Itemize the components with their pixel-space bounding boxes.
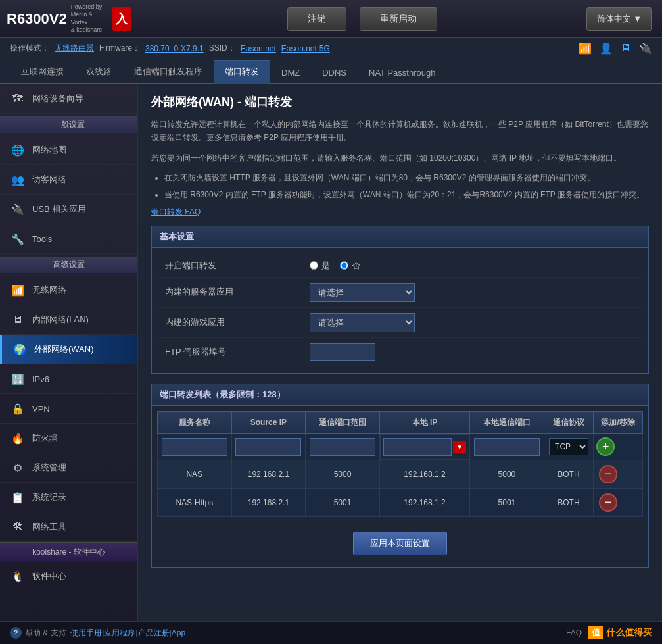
input-service-name[interactable]	[162, 438, 227, 456]
radio-yes[interactable]: 是	[310, 260, 330, 272]
tab-nat-passthrough[interactable]: NAT Passthrough	[358, 62, 446, 83]
sidebar-item-network-guide[interactable]: 🗺 网络设备向导	[0, 84, 137, 114]
input-local-port[interactable]	[474, 438, 540, 456]
radio-no-input[interactable]	[340, 261, 348, 270]
restart-button[interactable]: 重新启动	[360, 7, 437, 31]
port-forward-table: 服务名称 Source IP 通信端口范围 本地 IP 本地通信端口 通信协议 …	[157, 411, 643, 517]
game-app-label: 内建的游戏应用	[165, 316, 310, 328]
sidebar-item-label: 网络设备向导	[32, 93, 83, 105]
faq-link[interactable]: 端口转发 FAQ	[151, 207, 201, 216]
firmware-value[interactable]: 380.70_0-X7.9.1	[145, 44, 204, 53]
row2-protocol: BOTH	[544, 488, 593, 516]
usb-icon: 🔌	[639, 42, 652, 55]
guide-icon: 🗺	[10, 91, 26, 107]
sidebar-item-wireless[interactable]: 📶 无线网络	[0, 276, 137, 305]
sidebar-item-network-map[interactable]: 🌐 网络地图	[0, 136, 137, 165]
desc1: 端口转发允许远程计算机在一个私人的内部网络内连接至一个具体的计算机或服务。欲加速…	[151, 118, 649, 145]
ftp-port-label: FTP 伺服器埠号	[165, 346, 310, 358]
sidebar-item-vpn[interactable]: 🔒 VPN	[0, 394, 137, 424]
sidebar-item-wan[interactable]: 🌍 外部网络(WAN)	[0, 335, 137, 364]
table-header-row: 服务名称 Source IP 通信端口范围 本地 IP 本地通信端口 通信协议 …	[158, 411, 643, 433]
logo-icon: 入	[112, 7, 131, 31]
row1-local-ip: 192.168.1.2	[379, 460, 469, 488]
input-local-ip[interactable]	[383, 438, 452, 456]
status-bar: 操作模式： 无线路由器 Firmware： 380.70_0-X7.9.1 SS…	[0, 38, 662, 59]
input-local-port-cell	[470, 433, 544, 460]
top-bar: R6300V2 Powered by Merlin & Vortex & koo…	[0, 0, 662, 38]
brand-logo: 值 什么值得买	[588, 627, 652, 639]
ftp-port-input[interactable]: 2021	[310, 343, 375, 361]
sidebar-item-firewall[interactable]: 🔥 防火墙	[0, 424, 137, 453]
register-button[interactable]: 注销	[287, 7, 346, 31]
radio-no[interactable]: 否	[340, 260, 360, 272]
lang-button[interactable]: 简体中文 ▼	[586, 7, 653, 31]
koolshare-label: koolshare - 软件中心	[0, 542, 137, 562]
sidebar-item-label: 防火墙	[32, 432, 58, 444]
input-service-name-cell	[158, 433, 232, 460]
firmware-label: Firmware：	[99, 43, 140, 54]
tab-bar: 互联网连接 双线路 通信端口触发程序 端口转发 DMZ DDNS NAT Pas…	[0, 59, 662, 84]
add-button[interactable]: +	[596, 437, 615, 456]
sidebar-item-lan[interactable]: 🖥 内部网络(LAN)	[0, 305, 137, 335]
tab-internet[interactable]: 互联网连接	[10, 60, 75, 83]
link-app2[interactable]: App	[172, 628, 185, 637]
mode-value[interactable]: 无线路由器	[55, 43, 94, 54]
ip-dropdown-btn[interactable]: ▼	[453, 441, 466, 453]
row2-local-port: 5001	[470, 488, 544, 516]
syslog-icon: 📋	[10, 489, 26, 505]
port-table-header: 端口转发列表（最多限制：128）	[152, 384, 648, 406]
game-app-select[interactable]: 请选择	[310, 313, 415, 332]
link-manual[interactable]: 使用手册	[70, 628, 102, 639]
wifi-icon: 📶	[579, 42, 592, 55]
ssid1[interactable]: Eason.net	[241, 44, 276, 53]
server-app-select[interactable]: 请选择	[310, 283, 415, 302]
row1-service-name: NAS	[158, 460, 232, 488]
row1-port-range: 5000	[306, 460, 380, 488]
col-source-ip: Source IP	[231, 411, 306, 433]
sidebar-item-label: 外部网络(WAN)	[34, 343, 94, 355]
wireless-icon: 📶	[10, 282, 26, 298]
tab-dual-line[interactable]: 双线路	[75, 60, 123, 83]
sidebar-item-ipv6[interactable]: 🔢 IPv6	[0, 364, 137, 394]
server-app-control: 请选择	[310, 283, 635, 302]
sidebar-item-label: VPN	[32, 404, 50, 414]
sidebar-item-nettools[interactable]: 🛠 网络工具	[0, 512, 137, 542]
link-register[interactable]: 产品注册	[138, 628, 170, 639]
top-nav: 注销 重新启动	[138, 7, 586, 31]
logo-area: R6300V2 Powered by Merlin & Vortex & koo…	[0, 3, 138, 34]
col-protocol: 通信协议	[544, 411, 593, 433]
sidebar-item-guest-network[interactable]: 👥 访客网络	[0, 165, 137, 195]
remove-button-1[interactable]: −	[599, 465, 617, 483]
row2-source-ip: 192.168.2.1	[231, 488, 306, 516]
input-add-cell: +	[594, 433, 643, 460]
input-port-range[interactable]	[310, 438, 375, 456]
tab-port-trigger[interactable]: 通信端口触发程序	[123, 60, 214, 83]
tab-dmz[interactable]: DMZ	[270, 62, 311, 83]
tab-port-forward[interactable]: 端口转发	[214, 60, 270, 84]
row1-source-ip: 192.168.2.1	[231, 460, 306, 488]
sidebar-item-admin[interactable]: ⚙ 系统管理	[0, 453, 137, 483]
guest-icon: 👥	[10, 172, 26, 187]
row1-remove-cell: −	[594, 460, 643, 488]
sidebar-item-label: USB 相关应用	[32, 203, 86, 215]
sidebar-item-usb[interactable]: 🔌 USB 相关应用	[0, 195, 137, 224]
remove-button-2[interactable]: −	[599, 493, 617, 512]
input-protocol-select[interactable]: TCP UDP BOTH	[549, 438, 588, 455]
sidebar-item-tools[interactable]: 🔧 Tools	[0, 224, 137, 254]
sidebar-item-syslog[interactable]: 📋 系统记录	[0, 483, 137, 512]
tab-ddns[interactable]: DDNS	[311, 62, 358, 83]
help-icon: ?	[10, 627, 22, 639]
radio-yes-input[interactable]	[310, 261, 318, 270]
sidebar-item-label: 内部网络(LAN)	[32, 314, 89, 326]
sidebar-item-label: 系统记录	[32, 491, 66, 503]
sidebar-item-software-center[interactable]: 🐧 软件中心	[0, 562, 137, 591]
vpn-icon: 🔒	[10, 401, 26, 416]
sidebar-item-label: IPv6	[32, 374, 49, 384]
desc2: 若您要为同一个网络中的客户端指定端口范围，请输入服务名称、端口范围（如 1020…	[151, 151, 649, 164]
ssid2[interactable]: Eason.net-5G	[281, 44, 330, 53]
ssid-label: SSID：	[209, 43, 235, 54]
apply-button[interactable]: 应用本页面设置	[353, 532, 447, 555]
table-row: NAS-Https 192.168.2.1 5001 192.168.1.2 5…	[158, 488, 643, 516]
input-source-ip[interactable]	[235, 438, 301, 456]
link-app[interactable]: 应用程序	[104, 628, 135, 639]
